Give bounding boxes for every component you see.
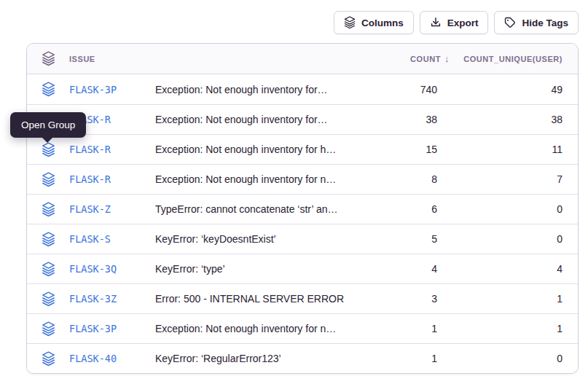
issue-stack-icon[interactable] [42,142,69,157]
export-button-label: Export [447,17,479,28]
issue-stack-icon[interactable] [42,202,69,217]
count-unique-value: 0 [437,353,562,364]
table-row: FLASK-3P Exception: Not enough inventory… [27,313,578,343]
hide-tags-button-label: Hide Tags [522,17,568,28]
count-unique-value: 0 [437,233,562,245]
count-value: 5 [350,233,437,245]
issue-title: KeyError: ‘RegularError123’ [155,353,350,364]
issue-stack-icon[interactable] [42,262,69,277]
count-unique-value: 1 [437,293,562,305]
table-row: FLASK-40 KeyError: ‘RegularError123’ 1 0 [27,343,578,373]
open-group-tooltip: Open Group [10,112,86,138]
issue-stack-icon[interactable] [42,351,69,366]
count-value: 740 [350,84,437,95]
header-stack-icon [42,51,69,66]
issue-link[interactable]: FLASK-Z [69,203,155,215]
issue-link[interactable]: FLASK-R [69,173,155,185]
issue-link[interactable]: FLASK-3P [69,323,155,334]
issue-title: KeyError: ‘keyDoesntExist’ [155,233,350,245]
issue-title: Exception: Not enough inventory for h… [155,144,350,155]
tag-icon [504,17,516,28]
count-unique-value: 4 [437,263,562,275]
download-icon [430,17,442,28]
count-value: 6 [350,203,437,215]
count-value: 3 [350,293,437,305]
issue-title: Exception: Not enough inventory for… [155,114,350,125]
issue-title: Exception: Not enough inventory for n… [155,173,350,185]
issue-stack-icon[interactable] [42,232,69,247]
issue-title: Exception: Not enough inventory for… [155,84,350,95]
issue-link[interactable]: FLASK-40 [69,353,155,364]
columns-button[interactable]: Columns [334,11,414,34]
count-value: 8 [350,173,437,185]
table-row: FLASK-3P Exception: Not enough inventory… [27,74,578,104]
count-unique-value: 7 [437,173,562,185]
count-value: 1 [350,323,437,334]
table-row: FLASK-R Exception: Not enough inventory … [27,104,578,134]
header-issue[interactable]: ISSUE [69,55,155,63]
count-unique-value: 0 [437,203,562,215]
export-button[interactable]: Export [420,11,489,34]
issue-title: KeyError: ‘type’ [155,263,350,275]
table-body: FLASK-3P Exception: Not enough inventory… [27,74,578,373]
count-unique-value: 49 [437,84,562,95]
issue-title: TypeError: cannot concatenate ‘str’ an… [155,203,350,215]
table-row: FLASK-3Z Error: 500 - INTERNAL SERVER ER… [27,283,578,313]
issue-title: Error: 500 - INTERNAL SERVER ERROR [155,293,350,305]
hide-tags-button[interactable]: Hide Tags [494,11,579,34]
columns-button-label: Columns [361,17,404,28]
table-header-row: ISSUE COUNT ↓ COUNT_UNIQUE(USER) [27,44,578,74]
count-unique-value: 1 [437,323,562,334]
table-row: FLASK-3Q KeyError: ‘type’ 4 4 [27,254,578,283]
issue-stack-icon[interactable] [42,82,69,97]
issue-stack-icon[interactable] [42,321,69,337]
count-value: 1 [350,353,437,364]
count-unique-value: 38 [437,114,562,125]
count-value: 4 [350,263,437,275]
results-table: ISSUE COUNT ↓ COUNT_UNIQUE(USER) FLASK-3… [26,43,579,374]
issue-stack-icon[interactable] [42,291,69,307]
issue-link[interactable]: FLASK-S [69,233,155,245]
header-count[interactable]: COUNT ↓ [350,53,437,64]
header-count-unique[interactable]: COUNT_UNIQUE(USER) [437,55,562,63]
issue-title: Exception: Not enough inventory for n… [155,323,350,334]
table-row: FLASK-Z TypeError: cannot concatenate ‘s… [27,194,578,224]
tooltip-text: Open Group [21,119,75,130]
issue-stack-icon[interactable] [42,172,69,187]
columns-stack-icon [344,16,356,29]
table-row: FLASK-R Exception: Not enough inventory … [27,134,578,164]
table-row: FLASK-R Exception: Not enough inventory … [27,164,578,194]
issue-link[interactable]: FLASK-3P [69,84,155,95]
count-unique-value: 11 [437,144,562,155]
table-row: FLASK-S KeyError: ‘keyDoesntExist’ 5 0 [27,224,578,254]
count-value: 15 [350,144,437,155]
count-value: 38 [350,114,437,125]
issue-link[interactable]: FLASK-3Z [69,293,155,305]
issue-link[interactable]: FLASK-R [69,144,155,155]
toolbar: Columns Export Hide Tags [334,11,579,34]
issue-link[interactable]: FLASK-3Q [69,263,155,275]
